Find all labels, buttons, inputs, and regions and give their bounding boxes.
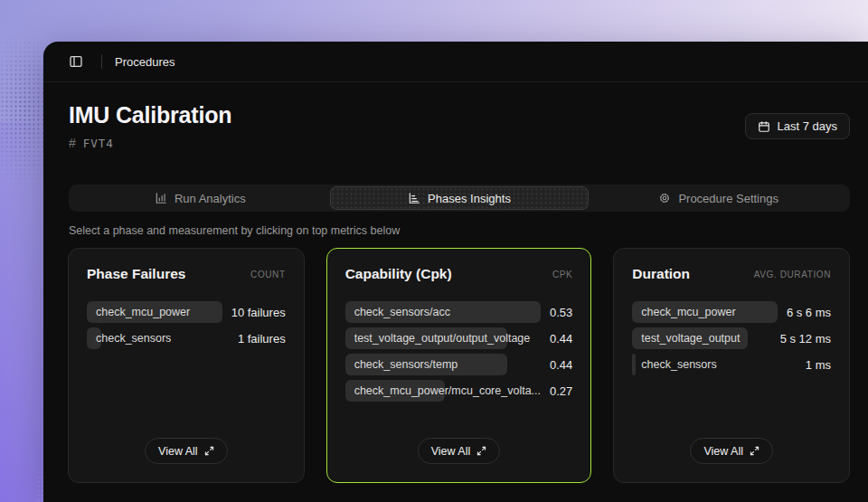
tab-label: Run Analytics <box>175 192 246 205</box>
metric-label: test_voltage_output/output_voltage <box>345 327 541 349</box>
card-header: Duration AVG. DURATION <box>632 266 831 282</box>
card-title: Duration <box>632 266 690 282</box>
metric-bar-area: check_sensors <box>87 327 229 349</box>
metric-value: 0.44 <box>550 332 572 346</box>
card-phase-failures: Phase Failures COUNT check_mcu_power 10 … <box>68 248 305 483</box>
metric-row[interactable]: check_sensors/acc 0.53 <box>345 301 573 323</box>
metric-bar-area: check_sensors/temp <box>345 354 541 375</box>
date-range-button[interactable]: Last 7 days <box>745 113 851 139</box>
metric-label: check_sensors/acc <box>345 301 541 323</box>
metric-row[interactable]: check_mcu_power 10 failures <box>87 301 286 323</box>
column-chart-icon <box>155 192 167 204</box>
tab-label: Procedure Settings <box>678 192 778 205</box>
metric-row[interactable]: check_mcu_power 6 s 6 ms <box>632 301 831 323</box>
metric-bar-area: check_mcu_power <box>632 301 778 323</box>
metric-value: 1 ms <box>806 358 831 372</box>
view-all-label: View All <box>158 445 198 458</box>
metric-label: check_mcu_power <box>632 301 778 323</box>
panel-left-icon <box>69 54 83 69</box>
card-header: Capability (Cpk) CPK <box>345 266 573 282</box>
metric-row[interactable]: check_sensors/temp 0.44 <box>345 354 573 375</box>
topbar: Procedures <box>43 42 868 82</box>
expand-icon <box>476 446 486 456</box>
breadcrumb[interactable]: Procedures <box>115 55 175 69</box>
card-metric-label: AVG. DURATION <box>754 270 831 279</box>
metric-label: check_sensors/temp <box>345 354 541 375</box>
metric-value: 1 failures <box>238 332 286 346</box>
tab-bar: Run Analytics Phases Insights Procedure … <box>69 185 850 212</box>
tab-procedure-settings[interactable]: Procedure Settings <box>589 186 848 210</box>
card-title: Capability (Cpk) <box>345 266 452 282</box>
metric-row[interactable]: test_voltage_output 5 s 12 ms <box>632 327 831 349</box>
expand-icon <box>204 446 214 456</box>
metric-bar-area: test_voltage_output/output_voltage <box>345 327 541 349</box>
metric-row[interactable]: check_sensors 1 failures <box>87 327 286 349</box>
tab-run-analytics[interactable]: Run Analytics <box>71 186 330 210</box>
page-header: IMU Calibration # FVT4 Last 7 days <box>43 82 868 150</box>
sidebar-toggle-button[interactable] <box>63 49 89 74</box>
metric-value: 10 failures <box>231 306 286 319</box>
card-capability-cpk: Capability (Cpk) CPK check_sensors/acc 0… <box>326 248 592 483</box>
page-title: IMU Calibration <box>69 102 231 128</box>
metric-label: test_voltage_output <box>632 327 770 349</box>
card-metric-label: CPK <box>552 270 572 279</box>
tab-label: Phases Insights <box>428 192 511 205</box>
hash-icon: # <box>69 136 76 150</box>
gear-icon <box>658 192 671 204</box>
view-all-button[interactable]: View All <box>418 438 501 464</box>
view-all-button[interactable]: View All <box>145 438 228 464</box>
metric-bar-area: check_mcu_power/mcu_core_volta... <box>345 380 541 402</box>
instruction-text: Select a phase and measurement by clicki… <box>69 224 850 237</box>
metric-bar-area: check_sensors <box>632 354 797 375</box>
metric-value: 0.27 <box>550 384 572 398</box>
metric-value: 5 s 12 ms <box>780 332 831 346</box>
app-window: Procedures IMU Calibration # FVT4 Last 7… <box>43 42 868 502</box>
metric-label: check_sensors <box>632 354 797 375</box>
metric-rows: check_sensors/acc 0.53 test_voltage_outp… <box>345 301 573 402</box>
view-all-button[interactable]: View All <box>690 438 773 464</box>
metric-value: 0.53 <box>550 306 572 319</box>
metric-value: 0.44 <box>550 358 572 372</box>
metric-row[interactable]: test_voltage_output/output_voltage 0.44 <box>345 327 573 349</box>
metric-row[interactable]: check_sensors 1 ms <box>632 354 831 375</box>
expand-icon <box>750 446 760 456</box>
procedure-tag: # FVT4 <box>69 136 231 150</box>
metric-label: check_mcu_power <box>87 301 222 323</box>
card-duration: Duration AVG. DURATION check_mcu_power 6… <box>613 248 850 483</box>
date-range-label: Last 7 days <box>778 119 838 133</box>
procedure-tag-label: FVT4 <box>83 137 114 150</box>
metric-bar-area: check_mcu_power <box>87 301 222 323</box>
metric-label: check_mcu_power/mcu_core_volta... <box>345 380 541 402</box>
metrics-cards: Phase Failures COUNT check_mcu_power 10 … <box>68 248 850 483</box>
metric-bar-area: test_voltage_output <box>632 327 770 349</box>
metric-label: check_sensors <box>87 327 229 349</box>
metric-value: 6 s 6 ms <box>787 306 831 319</box>
metric-row[interactable]: check_mcu_power/mcu_core_volta... 0.27 <box>345 380 573 402</box>
metric-rows: check_mcu_power 6 s 6 ms test_voltage_ou… <box>632 301 831 375</box>
breadcrumb-divider <box>101 54 102 69</box>
metric-bar-area: check_sensors/acc <box>345 301 541 323</box>
calendar-icon <box>758 120 770 133</box>
card-metric-label: COUNT <box>250 270 286 279</box>
card-title: Phase Failures <box>87 266 185 282</box>
view-all-label: View All <box>431 445 471 458</box>
card-header: Phase Failures COUNT <box>87 266 286 282</box>
row-chart-icon <box>408 192 420 204</box>
metric-rows: check_mcu_power 10 failures check_sensor… <box>87 301 286 349</box>
tab-phases-insights[interactable]: Phases Insights <box>330 186 590 210</box>
view-all-label: View All <box>703 445 743 458</box>
